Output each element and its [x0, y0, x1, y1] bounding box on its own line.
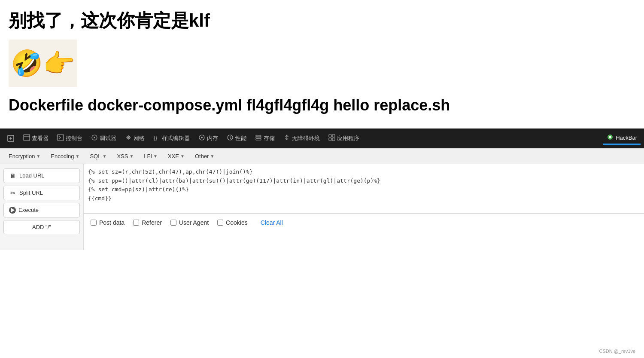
devtools-tab-accessibility[interactable]: 无障碍环境	[280, 132, 323, 144]
debugger-icon	[91, 134, 98, 142]
encryption-label: Encryption	[9, 153, 35, 159]
hackbar-menu: Encryption ▼ Encoding ▼ SQL ▼ XSS ▼ LFI …	[0, 149, 644, 164]
memory-label: 内存	[207, 135, 218, 142]
menu-sql[interactable]: SQL ▼	[85, 151, 111, 161]
clear-all-label: Clear All	[261, 219, 283, 226]
devtools-tab-memory[interactable]: 内存	[195, 132, 222, 144]
split-url-icon: ✂	[9, 190, 17, 196]
other-arrow-icon: ▼	[210, 154, 214, 159]
emoji-text: 🤣👉	[11, 48, 75, 79]
load-url-label: Load URL	[19, 172, 45, 179]
style-icon: {}	[153, 134, 160, 142]
xss-label: XSS	[117, 153, 128, 159]
hackbar-main: {% set sz=(r,chr(52),chr(47),ap,chr(47))…	[84, 164, 644, 250]
devtools-tab-viewer[interactable]: 查看器	[20, 132, 52, 144]
storage-icon	[255, 134, 262, 142]
referer-checkbox-container[interactable]: Referer	[133, 219, 162, 226]
devtools-tab-storage[interactable]: 存储	[252, 132, 278, 144]
viewer-label: 查看器	[32, 135, 49, 142]
svg-point-11	[286, 135, 288, 136]
performance-icon	[227, 134, 234, 142]
hackbar-body: 🖥 Load URL ✂ Split URL Execute ADD "/" {…	[0, 164, 644, 250]
encoding-label: Encoding	[51, 153, 74, 159]
svg-rect-8	[256, 135, 261, 137]
menu-xss[interactable]: XSS ▼	[112, 151, 138, 161]
execute-play-icon	[9, 207, 16, 214]
execute-label: Execute	[18, 207, 39, 213]
encoding-arrow-icon: ▼	[76, 154, 80, 159]
cookies-checkbox[interactable]	[217, 220, 223, 226]
devtools-tab-application[interactable]: 应用程序	[325, 132, 363, 144]
footer-credit: CSDN @_rev1ve	[599, 349, 635, 354]
encryption-arrow-icon: ▼	[36, 154, 40, 159]
file-list-title: Dockerfile docker-compose.yml fl4gfl4gfl…	[9, 95, 635, 116]
user-agent-label: User Agent	[179, 219, 209, 226]
devtools-tab-debugger[interactable]: 调试器	[88, 132, 120, 144]
lfi-label: LFI	[144, 153, 152, 159]
style-label: 样式编辑器	[162, 135, 190, 142]
load-url-button[interactable]: 🖥 Load URL	[3, 168, 80, 183]
xxe-label: XXE	[168, 153, 179, 159]
svg-rect-1	[24, 135, 30, 141]
sql-arrow-icon: ▼	[102, 154, 106, 159]
svg-point-6	[201, 137, 203, 138]
user-agent-checkbox[interactable]	[170, 220, 176, 226]
add-slash-label: ADD "/"	[32, 224, 51, 230]
split-url-label: Split URL	[19, 190, 43, 196]
devtools-tab-network[interactable]: 网络	[122, 132, 148, 144]
menu-lfi[interactable]: LFI ▼	[140, 151, 162, 161]
clear-all-button[interactable]: Clear All	[261, 219, 283, 226]
menu-encoding[interactable]: Encoding ▼	[46, 151, 84, 161]
add-slash-button[interactable]: ADD "/"	[3, 220, 80, 234]
xss-arrow-icon: ▼	[129, 154, 134, 159]
devtools-tab-style[interactable]: {} 样式编辑器	[150, 132, 193, 144]
svg-rect-9	[256, 137, 261, 138]
menu-encryption[interactable]: Encryption ▼	[4, 151, 45, 161]
storage-label: 存储	[264, 135, 275, 142]
devtools-tab-hackbar[interactable]: HackBar	[603, 132, 641, 145]
split-url-button[interactable]: ✂ Split URL	[3, 186, 80, 200]
svg-text:{}: {}	[154, 135, 157, 141]
memory-icon	[198, 134, 205, 142]
hackbar-sidebar: 🖥 Load URL ✂ Split URL Execute ADD "/"	[0, 164, 84, 250]
referer-label: Referer	[142, 219, 162, 226]
cookies-checkbox-container[interactable]: Cookies	[217, 219, 248, 226]
url-input-area: {% set sz=(r,chr(52),chr(47),ap,chr(47))…	[84, 164, 644, 214]
network-label: 网络	[134, 135, 145, 142]
hackbar-panel: Encryption ▼ Encoding ▼ SQL ▼ XSS ▼ LFI …	[0, 148, 644, 250]
console-label: 控制台	[66, 135, 82, 142]
lfi-arrow-icon: ▼	[153, 154, 158, 159]
referer-checkbox[interactable]	[133, 220, 139, 226]
application-label: 应用程序	[337, 135, 359, 142]
page-title: 别找了，这次你肯定是klf	[9, 9, 635, 33]
post-data-label: Post data	[99, 219, 125, 226]
devtools-inspect-icon[interactable]	[3, 133, 18, 144]
devtools-tab-performance[interactable]: 性能	[223, 132, 250, 144]
network-icon	[125, 134, 132, 142]
hackbar-label: HackBar	[616, 135, 637, 141]
page-footer: CSDN @_rev1ve	[599, 349, 635, 354]
execute-button[interactable]: Execute	[3, 203, 80, 217]
post-data-checkbox[interactable]	[91, 220, 97, 226]
hackbar-bottom: Post data Referer User Agent Cookies Cle…	[84, 214, 644, 231]
menu-other[interactable]: Other ▼	[191, 151, 219, 161]
svg-rect-13	[332, 135, 335, 137]
menu-xxe[interactable]: XXE ▼	[164, 151, 189, 161]
post-data-checkbox-container[interactable]: Post data	[91, 219, 125, 226]
hackbar-icon	[607, 134, 614, 142]
other-label: Other	[195, 153, 209, 159]
url-textarea[interactable]: {% set sz=(r,chr(52),chr(47),ap,chr(47))…	[84, 164, 644, 211]
viewer-icon	[23, 134, 30, 142]
application-icon	[328, 134, 335, 142]
devtools-tab-console[interactable]: 控制台	[54, 132, 86, 144]
accessibility-label: 无障碍环境	[292, 135, 320, 142]
svg-rect-12	[329, 135, 331, 137]
xxe-arrow-icon: ▼	[180, 154, 185, 159]
svg-rect-14	[329, 138, 331, 141]
emoji-image: 🤣👉	[9, 40, 77, 87]
page-content: 别找了，这次你肯定是klf 🤣👉 Dockerfile docker-compo…	[0, 0, 644, 116]
user-agent-checkbox-container[interactable]: User Agent	[170, 219, 209, 226]
svg-point-17	[609, 136, 611, 138]
performance-label: 性能	[235, 135, 246, 142]
devtools-bar: 查看器 控制台 调试器 网络 {}	[0, 129, 644, 148]
